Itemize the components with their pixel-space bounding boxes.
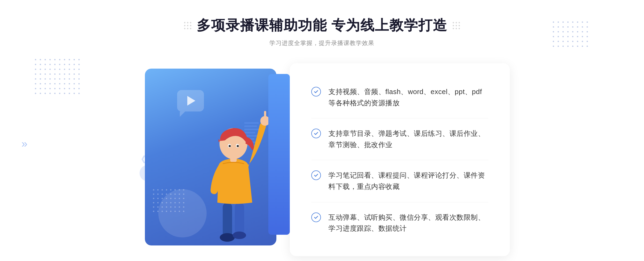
page-container: 多项录播课辅助功能 专为线上教学打造 学习进度全 <box>0 0 644 261</box>
page-title: 多项录播课辅助功能 专为线上教学打造 <box>197 16 447 35</box>
feature-item-4: 互动弹幕、试听购买、微信分享、观看次数限制、学习进度跟踪、数据统计 <box>311 202 488 244</box>
check-circle-2 <box>311 129 321 138</box>
blue-side-panel <box>268 74 290 235</box>
svg-point-3 <box>233 232 246 239</box>
feature-text-4: 互动弹幕、试听购买、微信分享、观看次数限制、学习进度跟踪、数据统计 <box>328 212 488 234</box>
svg-rect-11 <box>230 156 237 162</box>
play-icon <box>187 96 195 106</box>
feature-item-2: 支持章节目录、弹题考试、课后练习、课后作业、章节测验、批改作业 <box>311 118 488 160</box>
feature-item-1: 支持视频、音频、flash、word、excel、ppt、pdf等各种格式的资源… <box>311 77 488 118</box>
header-section: 多项录播课辅助功能 专为线上教学打造 学习进度全 <box>184 16 460 47</box>
features-panel: 支持视频、音频、flash、word、excel、ppt、pdf等各种格式的资源… <box>290 63 510 256</box>
check-icon-1 <box>311 87 321 96</box>
bubble-tail <box>180 111 185 117</box>
check-icon-4 <box>311 212 321 222</box>
person-figure <box>196 106 271 245</box>
feature-text-3: 学习笔记回看、课程提问、课程评论打分、课件资料下载，重点内容收藏 <box>328 170 488 192</box>
page-arrow-decoration: » <box>21 137 27 150</box>
svg-point-9 <box>229 145 231 147</box>
title-dots-right <box>453 22 460 29</box>
decorative-dots-left <box>35 59 82 96</box>
svg-point-2 <box>220 233 235 242</box>
feature-text-2: 支持章节目录、弹题考试、课后练习、课后作业、章节测验、批改作业 <box>328 128 488 150</box>
check-circle-4 <box>311 212 321 222</box>
arrow-left-icon: 《 <box>137 154 145 166</box>
decorative-dots-right <box>553 21 590 49</box>
page-subtitle: 学习进度全掌握，提升录播课教学效果 <box>184 39 460 47</box>
check-icon-3 <box>311 170 321 180</box>
check-icon-2 <box>311 129 321 138</box>
title-dots-left <box>184 22 191 29</box>
feature-item-3: 学习笔记回看、课程提问、课程评论打分、课件资料下载，重点内容收藏 <box>311 160 488 202</box>
svg-rect-0 <box>223 203 232 237</box>
svg-point-10 <box>237 145 239 147</box>
illustration-card <box>145 69 276 245</box>
check-circle-1 <box>311 87 321 96</box>
content-section: 《 <box>134 63 510 256</box>
illustration-area: 《 <box>134 63 284 256</box>
svg-rect-1 <box>235 203 244 235</box>
check-circle-3 <box>311 170 321 180</box>
feature-text-1: 支持视频、音频、flash、word、excel、ppt、pdf等各种格式的资源… <box>328 86 488 109</box>
